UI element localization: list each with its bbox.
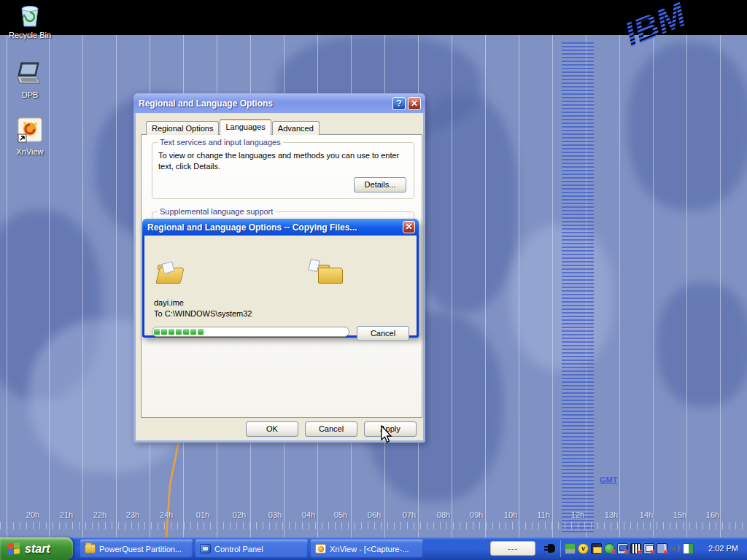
tray-perf-chart-icon[interactable] <box>630 543 641 554</box>
tray-local-network-icon[interactable] <box>617 543 628 554</box>
xnview-icon <box>17 117 43 144</box>
progress-segment <box>176 329 182 335</box>
tab-advanced[interactable]: Advanced <box>272 121 320 135</box>
taskbar: start PowerQuest Partition... Control Pa… <box>0 537 747 560</box>
desktop-icon-xnview[interactable]: XnView <box>4 117 55 156</box>
copying-destination: To C:\WINDOWS\system32 <box>154 309 252 318</box>
desktop-icon-recycle-bin[interactable]: Recycle Bin <box>4 3 55 39</box>
desktop-icon-label: DPB <box>4 90 55 99</box>
cancel-button[interactable]: Cancel <box>305 421 357 437</box>
desktop-icon-label: Recycle Bin <box>4 31 55 39</box>
tray-wireless-link-icon[interactable] <box>657 543 667 554</box>
tray-pc-doctor-icon[interactable] <box>578 543 589 554</box>
hour-label: 04h <box>296 510 321 519</box>
hour-label: 21h <box>54 510 79 519</box>
hour-label: 10h <box>498 510 523 519</box>
tray-separator <box>560 540 561 557</box>
copy-dialog-body: dayi.ime To C:\WINDOWS\system32 Cancel <box>144 236 417 335</box>
start-button-label: start <box>25 542 50 556</box>
hour-label: 22h <box>88 510 112 519</box>
desktop-icon-dpb[interactable]: DPB <box>4 61 55 99</box>
dialog-title: Regional and Language Options <box>139 98 390 109</box>
ok-button[interactable]: OK <box>246 421 298 437</box>
groupbox-title: Supplemental language support <box>158 207 275 216</box>
close-icon[interactable]: ✕ <box>408 97 421 110</box>
tray-sprout-icon[interactable] <box>565 543 576 554</box>
tray-network-globe-icon[interactable] <box>604 543 615 554</box>
dialog-titlebar[interactable]: Regional and Language Options ? ✕ <box>133 93 425 113</box>
help-button[interactable]: ? <box>392 97 406 110</box>
start-button[interactable]: start <box>0 537 73 560</box>
laptop-icon <box>14 61 46 88</box>
hour-label: 08h <box>431 510 456 519</box>
progress-segment <box>183 329 189 335</box>
dialog-titlebar[interactable]: Regional and Language Options -- Copying… <box>142 219 419 236</box>
hour-label: 20h <box>20 510 45 519</box>
hour-label: 05h <box>328 510 353 519</box>
hour-label: 06h <box>362 510 387 519</box>
tray-mail-notify-icon[interactable] <box>591 543 602 554</box>
hour-label: 15h <box>667 510 692 519</box>
hour-label: 03h <box>263 510 287 519</box>
tray-ime-status-icon[interactable] <box>683 543 694 554</box>
source-folder-icon <box>158 265 182 284</box>
tray-volume-icon[interactable] <box>670 543 681 554</box>
recycle-bin-icon <box>17 3 43 28</box>
tab-regional-options[interactable]: Regional Options <box>146 121 219 135</box>
hour-label: 11h <box>531 510 556 519</box>
progress-segment <box>190 329 196 335</box>
hour-label: 09h <box>464 510 489 519</box>
tab-strip: Regional Options Languages Advanced <box>146 119 320 135</box>
battery-meter[interactable]: --- <box>490 541 535 556</box>
tick-marks <box>0 522 747 529</box>
gmt-label: GMT <box>600 475 617 484</box>
folder-icon <box>85 544 96 553</box>
hour-label: 14h <box>634 510 659 519</box>
xnview-icon <box>315 544 326 553</box>
control-panel-icon <box>200 544 211 553</box>
windows-flag-icon <box>7 542 20 556</box>
hour-label: 12h <box>565 510 590 519</box>
system-tray <box>565 543 694 554</box>
task-button-powerquest[interactable]: PowerQuest Partition... <box>80 540 193 558</box>
mouse-cursor <box>380 425 393 444</box>
task-button-control-panel[interactable]: Control Panel <box>196 540 308 558</box>
hour-label: 13h <box>599 510 624 519</box>
copying-files-dialog: Regional and Language Options -- Copying… <box>142 219 419 338</box>
desktop-icon-label: XnView <box>4 147 55 156</box>
hour-label: 01h <box>190 510 215 519</box>
tab-languages[interactable]: Languages <box>220 119 271 135</box>
hour-label: 16h <box>700 510 725 519</box>
progress-segment <box>161 329 167 335</box>
groupbox-title: Text services and input languages <box>158 138 283 147</box>
close-icon[interactable]: ✕ <box>403 221 415 233</box>
hour-label: 23h <box>120 510 145 519</box>
hour-label: 24h <box>154 510 179 519</box>
copying-file-name: dayi.ime <box>154 298 184 307</box>
task-button-xnview[interactable]: XnView - [<Capture-... <box>311 540 423 558</box>
groupbox-description: To view or change the languages and meth… <box>158 150 399 172</box>
copy-cancel-button[interactable]: Cancel <box>357 326 409 341</box>
progress-segment <box>198 329 204 335</box>
taskbar-clock: 2:02 PM <box>708 544 738 553</box>
hour-label: 02h <box>227 510 252 519</box>
dialog-title: Regional and Language Options -- Copying… <box>147 222 400 233</box>
tray-display-link-icon[interactable] <box>643 543 654 554</box>
copy-progress-bar <box>152 327 349 337</box>
details-button[interactable]: Details... <box>354 177 406 192</box>
destination-folder-icon <box>318 265 343 284</box>
ac-power-plug-icon <box>544 543 557 553</box>
hour-label: 07h <box>397 510 422 519</box>
progress-segment <box>169 329 174 335</box>
progress-segment <box>154 329 160 335</box>
dateline-hatch-band <box>562 42 594 532</box>
top-banner: IBM <box>0 0 747 35</box>
text-services-groupbox: Text services and input languages To vie… <box>152 142 414 199</box>
